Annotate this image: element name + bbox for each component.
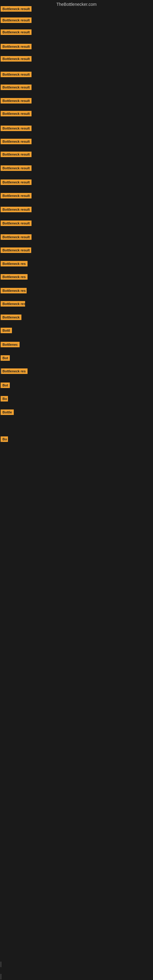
badge-row-26: Bot [1, 355, 10, 362]
bottleneck-result-badge-24: Bottl [1, 328, 12, 333]
vertical-line-1 [1, 962, 1, 967]
bottleneck-result-badge-21: Bottleneck res [1, 288, 27, 293]
vertical-line-2 [1, 974, 1, 979]
bottleneck-result-badge-11: Bottleneck result [1, 151, 32, 157]
bottleneck-result-badge-5: Bottleneck result [1, 72, 32, 77]
badge-row-16: Bottleneck result [1, 221, 32, 227]
bottleneck-result-badge-28: Bot [1, 382, 10, 388]
badge-row-0: Bottleneck result [1, 6, 32, 13]
bottleneck-result-badge-6: Bottleneck result [1, 84, 32, 90]
badge-row-21: Bottleneck res [1, 288, 27, 294]
bottleneck-result-badge-27: Bottleneck res [1, 368, 27, 374]
badge-row-18: Bottleneck result [1, 247, 31, 254]
badge-row-23: Bottleneck [1, 315, 21, 321]
bottleneck-result-badge-3: Bottleneck result [1, 44, 32, 49]
badge-row-31: Bo [1, 436, 8, 443]
bottleneck-result-badge-30: Bottle [1, 409, 14, 415]
badge-row-27: Bottleneck res [1, 368, 27, 375]
badge-row-24: Bottl [1, 328, 12, 334]
badge-row-8: Bottleneck result [1, 111, 32, 118]
badge-row-6: Bottleneck result [1, 84, 32, 91]
badge-row-25: Bottlenec [1, 342, 19, 348]
bottleneck-result-badge-14: Bottleneck result [1, 193, 32, 199]
bottleneck-result-badge-10: Bottleneck result [1, 139, 32, 144]
badge-row-28: Bot [1, 382, 10, 389]
bottleneck-result-badge-1: Bottleneck result [1, 18, 32, 23]
badge-row-15: Bottleneck result [1, 207, 32, 213]
badge-row-29: Bo [1, 396, 8, 403]
bottleneck-result-badge-18: Bottleneck result [1, 247, 31, 253]
badge-row-30: Bottle [1, 409, 14, 416]
bottleneck-result-badge-4: Bottleneck result [1, 56, 32, 62]
badge-row-3: Bottleneck result [1, 44, 32, 51]
bottleneck-result-badge-19: Bottleneck res [1, 261, 27, 266]
bottleneck-result-badge-23: Bottleneck [1, 315, 21, 320]
badge-row-5: Bottleneck result [1, 72, 32, 78]
bottleneck-result-badge-16: Bottleneck result [1, 221, 32, 226]
bottleneck-result-badge-15: Bottleneck result [1, 207, 32, 212]
bottleneck-result-badge-9: Bottleneck result [1, 126, 32, 131]
badge-row-1: Bottleneck result [1, 18, 32, 24]
bottleneck-result-badge-17: Bottleneck result [1, 234, 32, 240]
badge-row-17: Bottleneck result [1, 234, 32, 241]
badge-row-12: Bottleneck result [1, 165, 32, 172]
bottleneck-result-badge-12: Bottleneck result [1, 165, 32, 171]
bottleneck-result-badge-0: Bottleneck result [1, 6, 32, 12]
bottleneck-result-badge-13: Bottleneck result [1, 180, 32, 185]
vertical-line-0 [1, 368, 1, 374]
bottleneck-result-badge-26: Bot [1, 355, 10, 361]
badge-row-11: Bottleneck result [1, 151, 32, 158]
badge-row-7: Bottleneck result [1, 98, 32, 105]
bottleneck-result-badge-2: Bottleneck result [1, 29, 32, 35]
badge-row-20: Bottleneck res [1, 274, 27, 281]
badge-row-13: Bottleneck result [1, 180, 32, 186]
bottleneck-result-badge-22: Bottleneck res [1, 301, 25, 307]
bottleneck-result-badge-25: Bottlenec [1, 342, 19, 347]
bottleneck-result-badge-31: Bo [1, 436, 8, 442]
bottleneck-result-badge-7: Bottleneck result [1, 98, 32, 103]
badge-row-4: Bottleneck result [1, 56, 32, 63]
bottleneck-result-badge-8: Bottleneck result [1, 111, 32, 116]
bottleneck-result-badge-29: Bo [1, 396, 8, 401]
badge-row-9: Bottleneck result [1, 126, 32, 132]
badge-row-22: Bottleneck res [1, 301, 25, 308]
badge-row-10: Bottleneck result [1, 139, 32, 145]
badge-row-2: Bottleneck result [1, 29, 32, 36]
badge-row-14: Bottleneck result [1, 193, 32, 200]
bottleneck-result-badge-20: Bottleneck res [1, 274, 27, 280]
badge-row-19: Bottleneck res [1, 261, 27, 268]
